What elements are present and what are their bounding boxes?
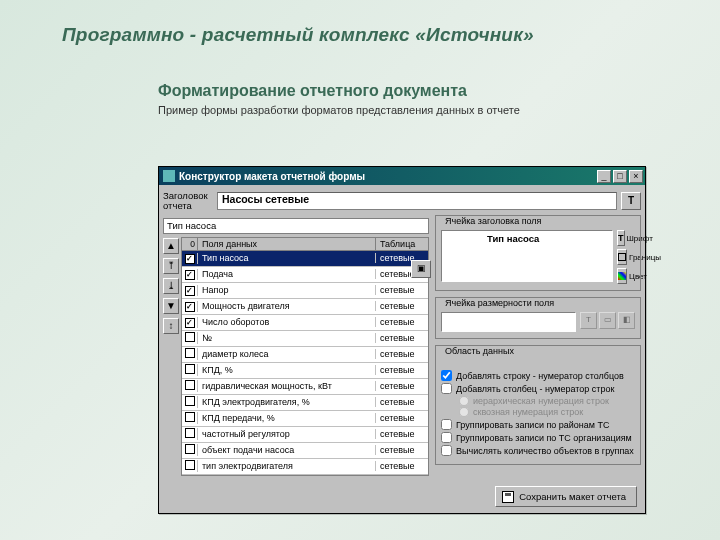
grid-col-table: Таблица — [376, 238, 428, 250]
header-preview-text: Тип насоса — [487, 233, 539, 244]
row-checkbox[interactable]: ✓ — [182, 253, 198, 264]
table-row[interactable]: ✓Число оборотовсетевые — [182, 315, 428, 331]
close-button[interactable]: × — [629, 170, 643, 183]
row-table: сетевые — [376, 317, 428, 327]
current-field-input[interactable] — [163, 218, 429, 234]
header-preview: Тип насоса — [441, 230, 613, 282]
row-table: сетевые — [376, 301, 428, 311]
row-checkbox[interactable] — [182, 444, 198, 456]
reorder-button-4[interactable]: ↕ — [163, 318, 179, 334]
row-checkbox[interactable] — [182, 380, 198, 392]
row-checkbox[interactable]: ✓ — [182, 317, 198, 328]
table-row[interactable]: ✓Тип насосасетевые — [182, 251, 428, 267]
borders-button[interactable] — [617, 249, 627, 265]
add-row-checkbox[interactable]: Добавлять строку - нумератор столбцов — [441, 370, 635, 381]
titlebar[interactable]: Конструктор макета отчетной формы _ □ × — [159, 167, 645, 185]
group-ts-checkbox[interactable]: Группировать записи по районам ТС — [441, 419, 635, 430]
add-col-label: Добавлять столбец - нумератор строк — [456, 384, 614, 394]
reorder-button-3[interactable]: ▼ — [163, 298, 179, 314]
add-col-checkbox[interactable]: Добавлять столбец - нумератор строк — [441, 383, 635, 394]
row-field: частотный регулятор — [198, 429, 376, 439]
calc-label: Вычислять количество объектов в группах — [456, 446, 634, 456]
table-row[interactable]: КПД, %сетевые — [182, 363, 428, 379]
cell-header-title: Ячейка заголовка поля — [443, 216, 543, 226]
row-table: сетевые — [376, 285, 428, 295]
table-row[interactable]: гидравлическая мощность, кВтсетевые — [182, 379, 428, 395]
font-label: Шрифт — [627, 234, 653, 243]
save-icon — [502, 491, 514, 503]
row-checkbox[interactable] — [182, 428, 198, 440]
row-checkbox[interactable] — [182, 348, 198, 360]
row-field: диаметр колеса — [198, 349, 376, 359]
grid-header: 0 Поля данных Таблица — [182, 238, 428, 251]
row-field: № — [198, 333, 376, 343]
grid-col-field: Поля данных — [198, 238, 376, 250]
grid-col-num: 0 — [182, 238, 198, 250]
row-checkbox[interactable] — [182, 396, 198, 408]
radio-hierarchical: иерархическая нумерация строк — [459, 396, 635, 406]
table-row[interactable]: диаметр колесасетевые — [182, 347, 428, 363]
group-ts-label: Группировать записи по районам ТС — [456, 420, 610, 430]
save-label: Сохранить макет отчета — [519, 491, 626, 502]
row-field: Мощность двигателя — [198, 301, 376, 311]
row-field: тип электродвигателя — [198, 461, 376, 471]
row-checkbox[interactable] — [182, 364, 198, 376]
row-table: сетевые — [376, 461, 428, 471]
row-checkbox[interactable] — [182, 332, 198, 344]
data-area-group: Область данных Добавлять строку - нумера… — [435, 345, 641, 465]
save-button[interactable]: Сохранить макет отчета — [495, 486, 637, 507]
app-window: Конструктор макета отчетной формы _ □ × … — [158, 166, 646, 514]
cell-dim-group: Ячейка размерности поля T ▭ ◧ — [435, 297, 641, 339]
table-row[interactable]: ✓Подачасетевые — [182, 267, 428, 283]
reorder-button-1[interactable]: ⤒ — [163, 258, 179, 274]
table-row[interactable]: ✓Напорсетевые — [182, 283, 428, 299]
app-icon — [163, 170, 175, 182]
window-title: Конструктор макета отчетной формы — [179, 171, 595, 182]
calc-checkbox[interactable]: Вычислять количество объектов в группах — [441, 445, 635, 456]
row-field: Напор — [198, 285, 376, 295]
row-checkbox[interactable] — [182, 412, 198, 424]
row-field: Подача — [198, 269, 376, 279]
section-subtitle: Пример формы разработки форматов предста… — [0, 102, 720, 124]
table-row[interactable]: КПД передачи, %сетевые — [182, 411, 428, 427]
dim-color-button[interactable]: ◧ — [618, 312, 635, 329]
color-label: Цвет — [629, 272, 647, 281]
row-field: КПД, % — [198, 365, 376, 375]
group-org-label: Группировать записи по ТС организациям — [456, 433, 632, 443]
row-checkbox[interactable]: ✓ — [182, 285, 198, 296]
group-org-checkbox[interactable]: Группировать записи по ТС организациям — [441, 432, 635, 443]
minimize-button[interactable]: _ — [597, 170, 611, 183]
header-font-button[interactable]: T — [621, 192, 641, 210]
dim-borders-button[interactable]: ▭ — [599, 312, 616, 329]
reorder-button-2[interactable]: ⤓ — [163, 278, 179, 294]
slide-title: Программно - расчетный комплекс «Источни… — [0, 0, 720, 46]
fields-grid[interactable]: 0 Поля данных Таблица ✓Тип насосасетевые… — [181, 237, 429, 476]
table-row[interactable]: объект подачи насосасетевые — [182, 443, 428, 459]
radio-seq-label: сквозная нумерация строк — [473, 407, 583, 417]
table-row[interactable]: частотный регуляторсетевые — [182, 427, 428, 443]
dim-font-button[interactable]: T — [580, 312, 597, 329]
row-field: гидравлическая мощность, кВт — [198, 381, 376, 391]
table-row[interactable]: КПД электродвигателя, %сетевые — [182, 395, 428, 411]
color-button[interactable] — [617, 268, 627, 284]
reorder-button-0[interactable]: ▲ — [163, 238, 179, 254]
font-button[interactable]: T — [617, 230, 625, 246]
report-header-input[interactable]: Насосы сетевые — [217, 192, 617, 210]
cell-header-group: Ячейка заголовка поля Тип насоса TШрифт … — [435, 215, 641, 291]
table-row[interactable]: тип электродвигателясетевые — [182, 459, 428, 475]
table-row[interactable]: ✓Мощность двигателясетевые — [182, 299, 428, 315]
row-table: сетевые — [376, 397, 428, 407]
maximize-button[interactable]: □ — [613, 170, 627, 183]
add-row-label: Добавлять строку - нумератор столбцов — [456, 371, 624, 381]
row-checkbox[interactable]: ✓ — [182, 269, 198, 280]
row-checkbox[interactable] — [182, 460, 198, 472]
row-field: объект подачи насоса — [198, 445, 376, 455]
table-row[interactable]: №сетевые — [182, 331, 428, 347]
report-header-label: Заголовок отчета — [163, 191, 217, 211]
pane-toggle-button[interactable]: ▣ — [411, 260, 431, 278]
row-table: сетевые — [376, 445, 428, 455]
row-checkbox[interactable]: ✓ — [182, 301, 198, 312]
row-table: сетевые — [376, 381, 428, 391]
row-table: сетевые — [376, 429, 428, 439]
row-table: сетевые — [376, 365, 428, 375]
